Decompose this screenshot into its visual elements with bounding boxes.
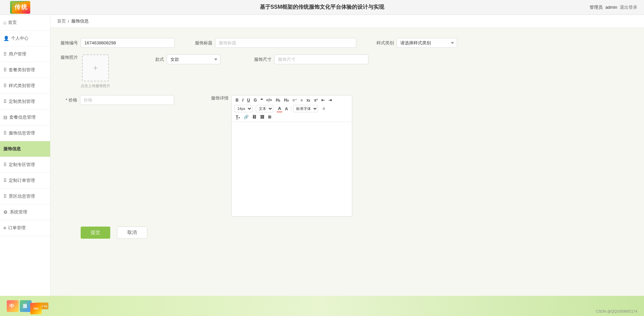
grid-icon-8: ⠿ xyxy=(3,194,7,199)
grid-icon-5: ⠿ xyxy=(3,130,7,136)
font-bgcolor-button[interactable]: A xyxy=(283,106,289,112)
username: admin xyxy=(605,5,617,10)
link-button[interactable]: 🔗 xyxy=(242,114,250,120)
bold-button[interactable]: B xyxy=(234,97,240,103)
main-content: 首页 / 服饰信息 服饰编号 服饰标题 样式类别 请选择样式类别 xyxy=(50,15,644,296)
clear-format-button[interactable]: T̲ₓ xyxy=(234,114,241,120)
sidebar-item-custom-order-mgmt[interactable]: ⠿ 定制订单管理 xyxy=(0,173,50,189)
font-color-a-button[interactable]: A xyxy=(277,105,282,112)
sidebar-item-package-type-mgmt[interactable]: ⠿ 套餐类别管理 xyxy=(0,62,50,78)
apparel-photo-label: 服饰照片 xyxy=(61,54,78,61)
superscript-button[interactable]: x² xyxy=(313,97,319,103)
detail-field: 服饰详情 B I U G ❝ </> H₁ xyxy=(211,95,352,216)
underline-button[interactable]: U xyxy=(246,97,251,103)
gear-icon: ⚙ xyxy=(3,209,8,215)
align-button[interactable]: ≡ xyxy=(321,106,326,112)
grid-icon-1: ⠿ xyxy=(3,51,7,57)
sidebar-item-scenic-info-mgmt[interactable]: ⠿ 景区信息管理 xyxy=(0,189,50,204)
header: 传 统 基于SSM框架的传统服饰文化平台体验的设计与实现 管理员 admin 退… xyxy=(0,0,644,15)
h1-button[interactable]: H₁ xyxy=(274,97,282,103)
sticker-1: 中 xyxy=(7,300,18,312)
code-button[interactable]: </> xyxy=(265,97,273,103)
sidebar-item-apparel-info-mgmt[interactable]: ⠿ 服饰信息管理 xyxy=(0,125,50,141)
price-input[interactable] xyxy=(80,95,174,105)
breadcrumb-home[interactable]: 首页 xyxy=(57,18,66,24)
price-field: * 价格 xyxy=(61,95,174,105)
sidebar-item-user-mgmt[interactable]: ⠿ 用户管理 xyxy=(0,46,50,62)
sidebar-item-custom-zone-label: 定制专区管理 xyxy=(9,162,35,168)
photo-upload-box[interactable]: + xyxy=(82,54,109,81)
sidebar-item-custom-type-mgmt[interactable]: ⠿ 定制类别管理 xyxy=(0,94,50,110)
sidebar-item-order-mgmt[interactable]: ≡ 订单管理 xyxy=(0,220,50,236)
submit-button[interactable]: 提交 xyxy=(81,227,110,239)
breadcrumb-separator: / xyxy=(68,19,69,24)
person-icon: 👤 xyxy=(3,36,9,41)
sidebar-item-custom-type-label: 定制类别管理 xyxy=(9,98,35,105)
form-row-1: 服饰编号 服饰标题 样式类别 请选择样式类别 xyxy=(61,38,634,48)
h2-button[interactable]: H₂ xyxy=(283,97,290,103)
table-button[interactable]: ⊞ xyxy=(267,114,273,120)
minus-icon: ⊟ xyxy=(3,115,7,120)
style-type-select[interactable]: 请选择样式类别 xyxy=(397,38,457,48)
style-type-field: 样式类别 请选择样式类别 xyxy=(376,38,457,48)
sidebar-item-home-label: 首页 xyxy=(8,19,17,26)
text-type-select[interactable]: 文本 xyxy=(256,105,273,112)
form-row-3: * 价格 服饰详情 B I U G ❝ xyxy=(61,95,634,216)
logout-button[interactable]: 退出登录 xyxy=(620,5,637,10)
blockquote-button[interactable]: ❝ xyxy=(259,97,264,103)
subscript-button[interactable]: x₂ xyxy=(305,97,312,103)
form-actions: 提交 取消 xyxy=(61,227,634,239)
ordered-list-button[interactable]: ≡⁻ xyxy=(291,97,298,103)
detail-label: 服饰详情 xyxy=(211,95,229,101)
sidebar-item-user-mgmt-label: 用户管理 xyxy=(9,51,26,57)
sidebar-item-package-type-label: 套餐类别管理 xyxy=(9,67,35,73)
indent-right-button[interactable]: ⇥ xyxy=(327,97,333,103)
toolbar-row-2: 14px 文本 A A 标 xyxy=(234,105,349,112)
apparel-id-input[interactable] xyxy=(81,38,175,48)
sidebar-item-package-info-mgmt[interactable]: ⊟ 套餐信息管理 xyxy=(0,110,50,125)
menu-icon: ≡ xyxy=(3,225,6,231)
svg-text:中: 中 xyxy=(9,303,14,309)
plus-icon: + xyxy=(93,63,98,73)
image-button[interactable]: 🖼 xyxy=(259,114,266,120)
apparel-id-field: 服饰编号 xyxy=(61,38,175,48)
sidebar-item-home[interactable]: ⌂ 首页 xyxy=(0,15,50,31)
font-size-select[interactable]: 14px xyxy=(234,105,252,112)
sidebar-item-custom-zone-mgmt[interactable]: ⠿ 定制专区管理 xyxy=(0,157,50,173)
header-title: 基于SSM框架的传统服饰文化平台体验的设计与实现 xyxy=(260,4,385,11)
breadcrumb-current: 服饰信息 xyxy=(71,18,89,24)
sidebar-item-system-mgmt[interactable]: ⚙ 系统管理 xyxy=(0,204,50,220)
photo-upload-hint: 点击上传服饰照片 xyxy=(81,83,110,88)
breadcrumb: 首页 / 服饰信息 xyxy=(50,15,644,28)
bottom-bar: 中 服 BacK TO HO CSDN @QQ3359892174 xyxy=(0,296,644,316)
svg-text:统: 统 xyxy=(21,4,28,10)
italic-button[interactable]: I xyxy=(241,97,245,103)
unlink-button[interactable]: ⛓ xyxy=(251,114,258,120)
sidebar-item-apparel-label: 服饰信息 xyxy=(3,146,21,152)
sidebar-item-system-label: 系统管理 xyxy=(10,209,27,215)
sidebar-item-apparel-info-mgmt-label: 服饰信息管理 xyxy=(9,130,35,136)
size-input[interactable] xyxy=(274,54,368,64)
form-area: 服饰编号 服饰标题 样式类别 请选择样式类别 服饰照片 xyxy=(50,28,644,249)
sticker-2: 服 xyxy=(20,300,32,312)
toolbar-row-3: T̲ₓ 🔗 ⛓ 🖼 ⊞ xyxy=(234,114,349,120)
font-family-select[interactable]: 标准字体 xyxy=(293,105,318,112)
rich-text-editor: B I U G ❝ </> H₁ H₂ ≡⁻ ≡ x₂ xyxy=(231,95,352,216)
editor-body[interactable] xyxy=(232,122,352,216)
unordered-list-button[interactable]: ≡ xyxy=(299,97,304,103)
user-label: 管理员 xyxy=(590,5,603,10)
sidebar-item-custom-order-label: 定制订单管理 xyxy=(9,177,35,184)
sidebar-item-apparel-info[interactable]: 服饰信息 xyxy=(0,141,50,157)
photo-upload-container: + 点击上传服饰照片 xyxy=(81,54,110,88)
cancel-button[interactable]: 取消 xyxy=(117,227,147,239)
strikethrough-button[interactable]: G xyxy=(252,97,258,103)
style-select[interactable]: 女款 男款 中性款 童款 xyxy=(167,54,220,64)
toolbar-sep-1 xyxy=(291,106,291,111)
apparel-title-input[interactable] xyxy=(215,38,356,48)
sidebar-item-personal[interactable]: 👤 个人中心 xyxy=(0,31,50,46)
sidebar-item-style-type-mgmt[interactable]: ⠿ 样式类别管理 xyxy=(0,78,50,94)
style-type-label: 样式类别 xyxy=(376,40,394,46)
indent-left-button[interactable]: ⇤ xyxy=(320,97,326,103)
apparel-title-field: 服饰标题 xyxy=(195,38,356,48)
toolbar-row-1: B I U G ❝ </> H₁ H₂ ≡⁻ ≡ x₂ xyxy=(234,97,349,103)
